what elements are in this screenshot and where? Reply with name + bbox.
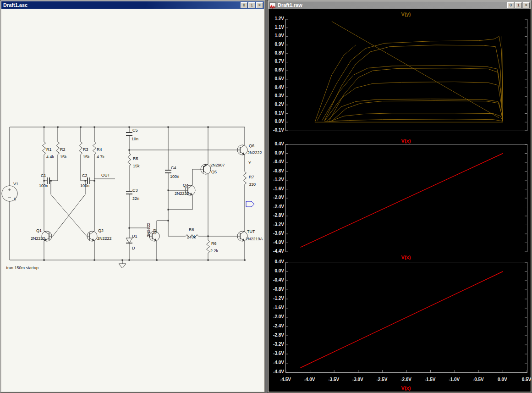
- schematic-wire: [203, 127, 208, 236]
- wire-junction: [208, 236, 209, 237]
- y-tick-label: -0.1V: [269, 127, 284, 133]
- y-tick-label: -2.8V: [269, 332, 284, 338]
- schematic-symbol: [49, 232, 90, 240]
- spice-directive[interactable]: .tran 150m startup: [5, 266, 38, 270]
- schematic-label-r4: R4: [97, 147, 102, 152]
- y-tick-label: -2.4V: [269, 323, 284, 329]
- pane-title-1[interactable]: V(y): [285, 11, 527, 17]
- maximize-button[interactable]: 1: [515, 2, 522, 8]
- schematic-wire: [93, 142, 96, 155]
- wire-junction: [44, 127, 45, 128]
- y-tick-label: -4.4V: [269, 369, 284, 375]
- schematic-label-r5: R5: [133, 156, 138, 161]
- x-axis-label: V(x): [285, 385, 527, 391]
- y-tick-label: -1.2V: [269, 177, 284, 183]
- x-tick-label: 0.0V: [492, 377, 512, 382]
- schematic-symbol: [188, 147, 240, 239]
- pane-title-2[interactable]: V(x): [285, 138, 527, 144]
- x-tick-label: 0.5V: [516, 377, 531, 382]
- schematic-label-15k: 15k: [60, 155, 67, 159]
- y-tick-label: 0.1V: [269, 111, 284, 116]
- axis-tick-marks: [286, 19, 527, 131]
- schematic-label-r6: R6: [211, 241, 217, 246]
- y-tick-label: -4.4V: [269, 249, 284, 254]
- y-tick-label: 1.2V: [269, 16, 284, 22]
- schematic-wire: [168, 127, 240, 236]
- wire-junction: [44, 260, 45, 261]
- y-tick-label: -1.6V: [269, 186, 284, 192]
- schematic-label-r1: R1: [46, 147, 52, 152]
- y-tick-label: -2.0V: [269, 195, 284, 200]
- wire-junction: [208, 127, 209, 128]
- waveform-window-title: Draft1.raw: [277, 2, 506, 9]
- y-tick-label: 0.8V: [269, 50, 284, 56]
- schematic-label-q2: Q2: [98, 228, 104, 233]
- schematic-window-titlebar[interactable]: Draft1.asc 0 1 ×: [1, 1, 264, 9]
- schematic-label-44k: 4.4k: [46, 155, 54, 159]
- y-tick-label: 0.7V: [269, 59, 284, 64]
- plot-area-3[interactable]: [285, 262, 527, 373]
- schematic-canvas-area[interactable]: V16R14.4kR215kR315kR44.7kC1100nC2100nOUT…: [1, 9, 264, 392]
- y-tick-label: 0.4V: [269, 259, 284, 265]
- schematic-label-22n: 22n: [132, 196, 139, 201]
- trace-vy: [324, 82, 503, 121]
- plot-area-2[interactable]: [285, 144, 527, 252]
- schematic-label-d1: D1: [132, 234, 137, 238]
- y-tick-label: -4.0V: [269, 360, 284, 365]
- waveform-window-titlebar[interactable]: Draft1.raw 0 1 ×: [269, 1, 531, 9]
- trace-vx: [301, 271, 503, 368]
- schematic-label-c3: C3: [132, 188, 138, 193]
- close-button[interactable]: ×: [256, 2, 263, 8]
- y-tick-label: 0.3V: [269, 93, 284, 99]
- schematic-label-10n: 10n: [132, 137, 138, 141]
- schematic-label-r7: R7: [249, 175, 254, 179]
- y-tick-label: 0.0V: [269, 150, 284, 156]
- schematic-label-q3: Q3: [153, 229, 157, 234]
- wire-junction: [80, 127, 82, 128]
- schematic-label-270k: 270k: [187, 235, 196, 239]
- maximize-button[interactable]: 1: [248, 2, 255, 8]
- waveform-window: Draft1.raw 0 1 × V(y)1.2V1.1V1.0V0.9V0.8…: [267, 0, 532, 393]
- schematic-label-100n: 100n: [170, 174, 179, 179]
- schematic-wire: [243, 172, 247, 184]
- symbol-outline: [126, 238, 132, 243]
- trace-vy: [317, 36, 503, 120]
- schematic-label-tut: TUT: [247, 229, 255, 234]
- schematic-label-out: OUT: [101, 173, 110, 177]
- schematic-wire: [49, 181, 90, 236]
- schematic-label-100n: 100n: [39, 183, 48, 188]
- minimize-button[interactable]: 0: [507, 2, 514, 8]
- schematic-label-2n2222: 2N2222: [31, 236, 45, 241]
- wire-junction: [94, 127, 95, 128]
- wire-junction: [122, 260, 123, 261]
- trace-vy: [327, 99, 503, 122]
- x-tick-label: -1.0V: [444, 377, 464, 382]
- emitter-arrow: [242, 152, 245, 155]
- schematic-window-title: Draft1.asc: [2, 2, 240, 9]
- wire-junction: [94, 180, 95, 182]
- trace-vy: [329, 68, 503, 121]
- y-tick-label: -2.4V: [269, 204, 284, 210]
- y-tick-label: 0.6V: [269, 67, 284, 73]
- y-tick-label: 0.9V: [269, 42, 284, 47]
- wire-junction: [129, 260, 130, 261]
- y-tick-label: 0.4V: [269, 141, 284, 147]
- trace-vy: [332, 22, 499, 118]
- x-tick-label: -2.0V: [396, 377, 416, 382]
- y-tick-label: -0.8V: [269, 287, 284, 292]
- schematic-label-q5: Q5: [211, 170, 217, 174]
- minimize-button[interactable]: 0: [241, 2, 247, 8]
- pane-title-3[interactable]: V(x): [285, 255, 527, 260]
- wire-junction: [168, 220, 169, 221]
- y-tick-label: -3.2V: [269, 222, 284, 227]
- y-tick-label: -2.0V: [269, 314, 284, 320]
- trace-vy: [324, 45, 502, 121]
- schematic-label-q1: Q1: [36, 228, 42, 233]
- wire-junction: [168, 190, 169, 191]
- plot-area-1[interactable]: [285, 19, 527, 131]
- schematic-label-y: Y: [248, 161, 251, 165]
- wire-junction: [57, 127, 59, 128]
- close-button[interactable]: ×: [523, 2, 530, 8]
- wire-junction: [129, 149, 130, 151]
- waveform-plot-area[interactable]: V(y)1.2V1.1V1.0V0.9V0.8V0.7V0.6V0.5V0.4V…: [269, 9, 531, 392]
